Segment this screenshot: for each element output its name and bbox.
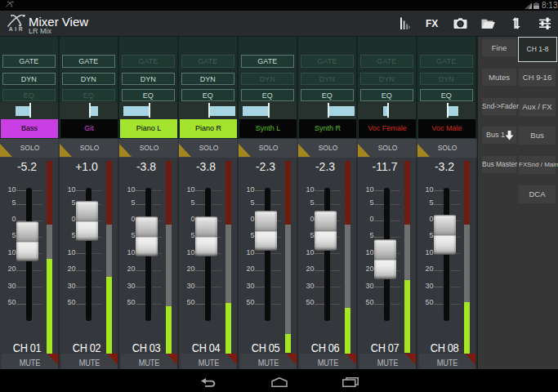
svg-text:AIR: AIR (7, 7, 14, 10)
svg-text:AIR: AIR (9, 26, 25, 32)
